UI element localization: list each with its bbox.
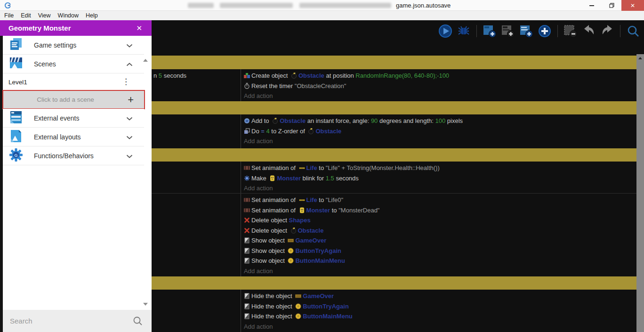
events-scrollbar[interactable] (636, 54, 644, 332)
event-row[interactable]: n 5 seconds Create object Obstacle at po… (152, 69, 636, 101)
event-row[interactable]: Set animation of Life to "Life0" Set ani… (152, 193, 636, 276)
debug-button[interactable] (457, 24, 471, 38)
menu-file[interactable]: File (4, 12, 14, 19)
event-row[interactable]: Set animation of Life to "Life" + ToStri… (152, 162, 636, 193)
search-input[interactable] (3, 317, 133, 325)
restore-button[interactable] (602, 0, 621, 11)
close-drawer-icon[interactable]: ✕ (136, 24, 142, 32)
project-manager-drawer: Geometry Monster ✕ Game settings (0, 20, 152, 332)
event-group-bar[interactable] (152, 276, 636, 290)
visibility-icon (244, 248, 250, 254)
blurred-title-segment (220, 3, 293, 8)
remove-event-button[interactable] (564, 24, 578, 38)
string-param: "Life" + ToString(Monster.Health::Health… (326, 164, 440, 171)
sidebar-item-label: Scenes (34, 60, 126, 68)
close-window-button[interactable]: ✕ (621, 0, 644, 11)
add-action-link[interactable]: Add action (244, 322, 636, 332)
condition-cell[interactable] (152, 194, 241, 276)
sidebar-item-game-settings[interactable]: Game settings (3, 36, 144, 55)
action-reset-timer[interactable]: Reset the timer "ObstacleCreation" (244, 81, 636, 91)
external-layouts-icon (8, 129, 24, 145)
external-events-icon (8, 110, 24, 126)
sidebar-item-label: External layouts (34, 133, 126, 141)
action-add-force[interactable]: Add to Obstacle an instant force, angle:… (244, 116, 636, 126)
svg-text:G: G (14, 153, 17, 157)
action-set-animation[interactable]: Set animation of Life to "Life0" (244, 195, 636, 205)
menu-window[interactable]: Window (58, 12, 79, 19)
actions-cell[interactable]: Create object Obstacle at position Rando… (241, 69, 636, 101)
undo-button[interactable] (582, 24, 596, 38)
condition-cell[interactable] (152, 290, 241, 332)
add-action-link[interactable]: Add action (244, 266, 636, 276)
search-icon[interactable] (133, 316, 143, 326)
delete-cross-icon (244, 227, 250, 234)
actions-cell[interactable]: Set animation of Life to "Life0" Set ani… (241, 194, 636, 276)
chevron-down-icon[interactable] (126, 152, 133, 160)
action-show-object[interactable]: Show object ButtonTryAgain (244, 246, 636, 256)
menu-help[interactable]: Help (86, 12, 98, 19)
object-name: ButtonTryAgain (295, 247, 341, 254)
set-animation-icon (244, 165, 250, 171)
action-z-order[interactable]: Do = 4 to Z-order of Obstacle (244, 126, 636, 137)
force-icon (244, 118, 250, 124)
sidebar-item-functions-behaviors[interactable]: G Functions/Behaviors (3, 146, 144, 165)
game-settings-icon (8, 37, 24, 53)
add-scene-row[interactable]: Click to add a scene + (3, 91, 144, 108)
action-blink[interactable]: Make Monster blink for 1.5 seconds (244, 173, 636, 184)
add-new-event-button[interactable] (538, 24, 552, 38)
action-set-animation[interactable]: Set animation of Life to "Life" + ToStri… (244, 163, 636, 173)
chevron-up-icon[interactable] (126, 60, 133, 68)
condition-cell[interactable] (152, 114, 241, 148)
event-group-bar[interactable] (152, 56, 636, 69)
action-delete-object[interactable]: Delete object Shapes (244, 215, 636, 226)
events-toolbar (152, 20, 640, 41)
chevron-down-icon[interactable] (126, 41, 133, 49)
play-button[interactable] (438, 24, 452, 38)
drawer-scroll-down-icon[interactable] (143, 303, 148, 306)
action-show-object[interactable]: Show object ButtonMainMenu (244, 256, 636, 266)
action-show-object[interactable]: Show object GameOver (244, 235, 636, 246)
event-group-bar[interactable] (152, 101, 636, 114)
action-create-object[interactable]: Create object Obstacle at position Rando… (244, 71, 636, 81)
bomb-icon (290, 227, 297, 234)
add-comment-button[interactable] (519, 24, 533, 38)
project-manager-header: Geometry Monster ✕ (0, 20, 152, 36)
event-group-bar[interactable] (152, 148, 636, 162)
event-row[interactable]: Add to Obstacle an instant force, angle:… (152, 114, 636, 148)
redo-button[interactable] (600, 24, 614, 38)
chevron-down-icon[interactable] (126, 114, 133, 122)
scene-item-level1[interactable]: Level1 ⋮ (3, 73, 144, 90)
bomb-icon (291, 73, 297, 79)
object-name: ButtonMainMenu (295, 257, 345, 264)
actions-cell[interactable]: Add to Obstacle an instant force, angle:… (241, 114, 636, 148)
condition-cell[interactable]: n 5 seconds (152, 69, 241, 101)
action-hide-object[interactable]: Hide the object ButtonMainMenu (244, 311, 636, 322)
drawer-scroll-up-icon[interactable] (143, 59, 148, 62)
condition-cell[interactable] (152, 162, 241, 193)
minimize-button[interactable] (582, 0, 602, 11)
functions-behaviors-icon: G (8, 148, 24, 164)
actions-cell[interactable]: Set animation of Life to "Life" + ToStri… (241, 162, 636, 193)
add-event-button[interactable] (483, 24, 497, 38)
add-action-link[interactable]: Add action (244, 91, 636, 101)
visibility-icon (244, 313, 250, 319)
search-events-button[interactable] (626, 24, 640, 38)
menu-view[interactable]: View (38, 12, 51, 19)
sidebar-item-external-layouts[interactable]: External layouts (3, 128, 144, 146)
sidebar-item-external-events[interactable]: External events (3, 109, 144, 128)
kebab-menu-icon[interactable]: ⋮ (122, 80, 130, 84)
add-action-link[interactable]: Add action (244, 183, 636, 194)
action-hide-object[interactable]: Hide the object ButtonTryAgain (244, 301, 636, 312)
add-action-link[interactable]: Add action (244, 136, 636, 146)
chevron-down-icon[interactable] (126, 133, 133, 141)
action-hide-object[interactable]: Hide the object GameOver (244, 291, 636, 301)
menu-edit[interactable]: Edit (21, 12, 31, 19)
sidebar-item-scenes[interactable]: Scenes (3, 55, 144, 73)
actions-cell[interactable]: Hide the object GameOver Hide the object… (241, 290, 636, 332)
add-sub-event-button[interactable] (501, 24, 515, 38)
monster-icon (269, 175, 275, 181)
action-delete-object[interactable]: Delete object Obstacle (244, 226, 636, 236)
event-row[interactable]: Hide the object GameOver Hide the object… (152, 290, 636, 332)
action-set-animation[interactable]: Set animation of Monster to "MonsterDead… (244, 205, 636, 216)
string-param: "MonsterDead" (338, 207, 379, 214)
